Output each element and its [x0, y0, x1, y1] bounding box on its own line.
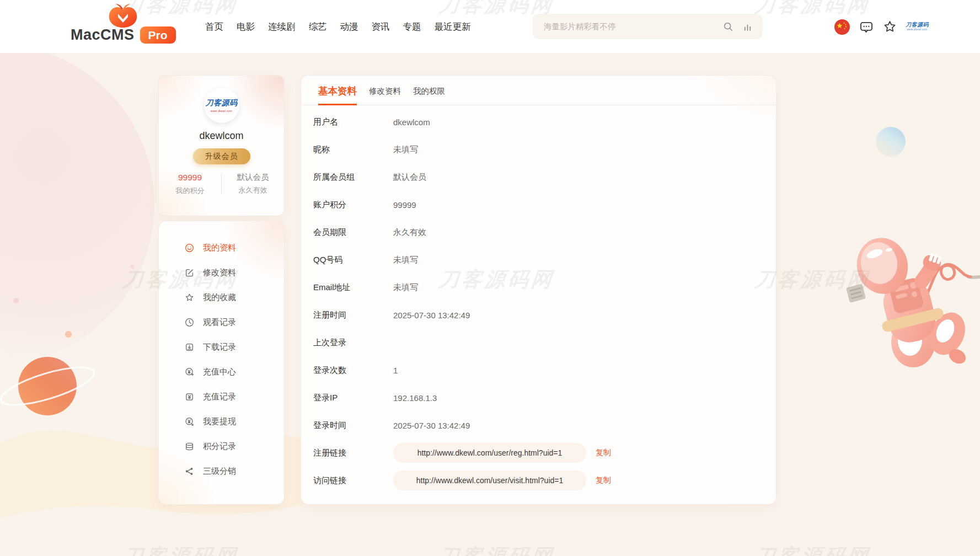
coin-plus-icon — [184, 367, 195, 377]
tab-permissions[interactable]: 我的权限 — [413, 86, 445, 105]
sidebar-item-label: 观看记录 — [203, 317, 236, 328]
profile-row: 登录IP192.168.1.3 — [301, 384, 776, 411]
points-label: 我的积分 — [159, 187, 221, 194]
field-value: 2025-07-30 13:42:49 — [393, 311, 470, 320]
field-value: 99999 — [393, 200, 416, 210]
user-card: 刀客源码 www.dkewl.com dkewlcom 升级会员 99999 我… — [158, 75, 285, 216]
tab-basic-info[interactable]: 基本资料 — [318, 84, 357, 105]
sidebar-item-points-records[interactable]: 积分记录 — [159, 434, 284, 459]
field-value: 2025-07-30 13:42:49 — [393, 421, 470, 430]
site-badge-logo[interactable]: 刀客源码 www.dkewl.com — [906, 22, 929, 31]
sidebar-item-withdraw[interactable]: 我要提现 — [159, 409, 284, 434]
profile-row: Email地址未填写 — [301, 274, 776, 301]
profile-row: 登录次数1 — [301, 356, 776, 384]
favorite-star-icon[interactable] — [882, 19, 897, 34]
share-icon — [184, 466, 195, 477]
tab-edit-profile[interactable]: 修改资料 — [369, 86, 401, 105]
field-value: 永久有效 — [393, 227, 426, 238]
apple-logo-icon — [107, 3, 139, 28]
sidebar-item-watch-history[interactable]: 观看记录 — [159, 310, 284, 335]
sidebar-item-label: 我的资料 — [203, 243, 236, 253]
field-value: 1 — [393, 366, 398, 375]
database-icon — [184, 441, 195, 452]
watermark-text: 刀客源码网 — [121, 543, 239, 556]
sidebar-item-label: 我要提现 — [203, 416, 236, 427]
field-label: Email地址 — [313, 282, 393, 293]
sidebar-item-download-history[interactable]: 下载记录 — [159, 335, 284, 360]
copy-button[interactable]: 复制 — [596, 448, 611, 458]
smiley-icon — [184, 243, 195, 253]
dot-decor — [65, 331, 72, 338]
profile-rows: 用户名dkewlcom昵称未填写所属会员组默认会员账户积分99999会员期限永久… — [301, 108, 776, 494]
nav-item-5[interactable]: 动漫 — [340, 21, 358, 33]
sidebar-item-favorites[interactable]: 我的收藏 — [159, 285, 284, 310]
site-badge-subtitle: www.dkewl.com — [907, 29, 927, 31]
brand-name: MacCMS — [71, 26, 135, 44]
search-input[interactable] — [533, 14, 722, 39]
trending-bars-icon[interactable] — [742, 22, 753, 32]
field-label: 注册链接 — [313, 448, 393, 458]
profile-panel: 基本资料修改资料我的权限 用户名dkewlcom昵称未填写所属会员组默认会员账户… — [301, 75, 776, 505]
link-input[interactable] — [393, 443, 586, 463]
field-value: 未填写 — [393, 282, 418, 293]
sidebar-item-label: 下载记录 — [203, 342, 236, 352]
user-stats: 99999 我的积分 默认会员 永久有效 — [159, 173, 284, 194]
nav-item-3[interactable]: 连续剧 — [268, 21, 296, 33]
field-label: 登录次数 — [313, 365, 393, 376]
field-value: 未填写 — [393, 255, 418, 265]
search-icon[interactable] — [722, 21, 734, 33]
profile-row: 会员期限永久有效 — [301, 218, 776, 246]
profile-row: 昵称未填写 — [301, 136, 776, 163]
upgrade-member-button[interactable]: 升级会员 — [193, 148, 250, 164]
page: 刀客源码网刀客源码网刀客源码网刀客源码网刀客源码网刀客源码网刀客源码网刀客源码网… — [0, 0, 980, 556]
coin-square-icon — [184, 392, 195, 402]
sidebar-item-profile[interactable]: 我的资料 — [159, 236, 284, 260]
sidebar-item-recharge-center[interactable]: 充值中心 — [159, 360, 284, 384]
nav-item-7[interactable]: 专题 — [403, 21, 421, 33]
avatar[interactable]: 刀客源码 www.dkewl.com — [204, 88, 239, 123]
site-logo[interactable]: MacCMS Pro — [71, 3, 176, 44]
china-flag-icon[interactable] — [834, 19, 850, 35]
sidebar-item-label: 我的收藏 — [203, 292, 236, 303]
profile-row: 用户名dkewlcom — [301, 108, 776, 136]
group-stat: 默认会员 永久有效 — [221, 173, 284, 194]
field-label: QQ号码 — [313, 255, 393, 265]
field-label: 访问链接 — [313, 475, 393, 486]
member-group-value: 默认会员 — [222, 173, 284, 181]
sidebar-menu: 我的资料修改资料我的收藏观看记录下载记录充值中心充值记录我要提现积分记录三级分销 — [159, 236, 284, 484]
watermark-text: 刀客源码网 — [437, 543, 555, 556]
field-label: 会员期限 — [313, 227, 393, 238]
nav-item-4[interactable]: 综艺 — [309, 21, 327, 33]
nav-item-2[interactable]: 电影 — [237, 21, 255, 33]
avatar-logo-text: 刀客源码 — [206, 98, 238, 108]
field-label: 账户积分 — [313, 200, 393, 210]
message-icon[interactable] — [859, 19, 874, 35]
nav-item-8[interactable]: 最近更新 — [435, 21, 471, 33]
sidebar-item-label: 修改资料 — [203, 268, 236, 278]
main-nav: 首页电影连续剧综艺动漫资讯专题最近更新 — [205, 0, 471, 54]
withdraw-icon — [184, 416, 195, 427]
sidebar-item-label: 三级分销 — [203, 466, 236, 477]
sidebar-item-distribution[interactable]: 三级分销 — [159, 459, 284, 484]
sidebar-item-edit-profile[interactable]: 修改资料 — [159, 260, 284, 285]
field-label: 所属会员组 — [313, 172, 393, 183]
star-icon — [184, 292, 195, 303]
avatar-logo-subtext: www.dkewl.com — [211, 109, 232, 113]
copy-button[interactable]: 复制 — [596, 475, 611, 485]
profile-row: 上次登录 — [301, 329, 776, 356]
field-label: 注册时间 — [313, 310, 393, 320]
nav-item-1[interactable]: 首页 — [205, 21, 223, 33]
field-value: 默认会员 — [393, 172, 426, 183]
planet-icon — [15, 354, 82, 420]
search-bar — [533, 14, 763, 39]
field-label: 用户名 — [313, 117, 393, 127]
nav-item-6[interactable]: 资讯 — [372, 21, 390, 33]
sidebar-item-recharge-records[interactable]: 充值记录 — [159, 384, 284, 409]
header: MacCMS Pro 首页电影连续剧综艺动漫资讯专题最近更新 — [0, 0, 980, 54]
blue-sphere-decor — [876, 127, 906, 157]
link-input[interactable] — [393, 471, 586, 490]
field-value: dkewlcom — [393, 117, 430, 127]
dot-decor — [13, 298, 19, 303]
dot-decor — [130, 265, 134, 269]
member-expiry-value: 永久有效 — [222, 186, 284, 194]
